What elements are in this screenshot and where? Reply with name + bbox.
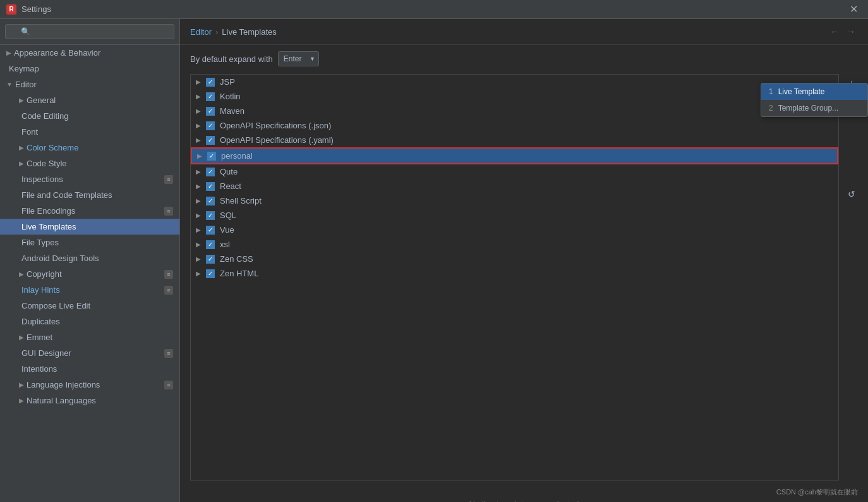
- search-input[interactable]: [5, 24, 174, 39]
- expand-arrow-icon: ▶: [196, 122, 203, 129]
- sidebar-item-inspections[interactable]: Inspections≡: [0, 171, 179, 187]
- expand-label: By default expand with: [190, 54, 273, 64]
- list-panel: ▶✓JSP▶✓Kotlin▶✓Maven▶✓OpenAPI Specificat…: [190, 74, 858, 481]
- template-group-name: Zen HTML: [220, 269, 258, 278]
- sidebar-item-appearance[interactable]: ▶Appearance & Behavior: [0, 45, 179, 61]
- context-menu-item-live-template[interactable]: 1Live Template: [761, 83, 867, 100]
- window-title: Settings: [21, 4, 51, 14]
- template-checkbox[interactable]: ✓: [206, 136, 215, 145]
- title-bar: R Settings ✕: [0, 0, 868, 19]
- sidebar-label: Natural Languages: [27, 396, 173, 405]
- arrow-icon: ▶: [19, 271, 24, 278]
- reset-button[interactable]: ↺: [845, 187, 858, 202]
- template-group-row[interactable]: ▶✓Zen CSS: [191, 252, 838, 266]
- sidebar-label: Copyright: [27, 269, 162, 279]
- sidebar-item-code-style[interactable]: ▶Code Style: [0, 156, 179, 171]
- template-checkbox[interactable]: ✓: [206, 182, 215, 191]
- sidebar-item-lang-injections[interactable]: ▶Language Injections≡: [0, 377, 179, 393]
- template-checkbox[interactable]: ✓: [206, 168, 215, 176]
- nav-back[interactable]: ←: [828, 25, 841, 38]
- app-icon: R: [6, 4, 16, 15]
- close-button[interactable]: ✕: [846, 2, 862, 16]
- sidebar-item-android-design[interactable]: Android Design Tools: [0, 250, 179, 266]
- sidebar-item-emmet[interactable]: ▶Emmet: [0, 329, 179, 345]
- template-group-row[interactable]: ▶✓personal: [191, 147, 838, 164]
- arrow-icon: ▶: [19, 334, 24, 341]
- sidebar-item-editor[interactable]: ▼Editor: [0, 77, 179, 92]
- template-checkbox[interactable]: ✓: [206, 211, 215, 220]
- sidebar-item-live-templates[interactable]: Live Templates: [0, 219, 179, 235]
- sidebar-label: Live Templates: [21, 222, 173, 231]
- main-layout: ▶Appearance & BehaviorKeymap▼Editor▶Gene…: [0, 19, 868, 502]
- expand-arrow-icon: ▶: [196, 93, 203, 100]
- template-group-row[interactable]: ▶✓xsl: [191, 237, 838, 252]
- sidebar-item-file-encodings[interactable]: File Encodings≡: [0, 203, 179, 219]
- sidebar-label: Duplicates: [21, 317, 173, 326]
- sidebar-item-gui-designer[interactable]: GUI Designer≡: [0, 345, 179, 361]
- sidebar-item-code-editing[interactable]: Code Editing: [0, 108, 179, 124]
- sidebar-label: Emmet: [27, 333, 173, 342]
- expand-select-wrapper: Enter Tab Space: [278, 51, 319, 66]
- sidebar-label: Font: [21, 127, 173, 137]
- arrow-icon: ▶: [19, 160, 24, 167]
- sidebar-item-copyright[interactable]: ▶Copyright≡: [0, 266, 179, 282]
- template-group-name: JSP: [220, 77, 235, 87]
- sidebar-label: Compose Live Edit: [21, 301, 173, 310]
- template-checkbox[interactable]: ✓: [206, 107, 215, 116]
- sidebar-item-compose-live[interactable]: Compose Live Edit: [0, 298, 179, 314]
- breadcrumb: Editor › Live Templates ← →: [180, 19, 868, 45]
- sidebar-item-color-scheme[interactable]: ▶Color Scheme: [0, 140, 179, 156]
- arrow-icon: ▶: [19, 397, 24, 404]
- template-group-row[interactable]: ▶✓Vue: [191, 223, 838, 237]
- sidebar-label: Android Design Tools: [21, 254, 173, 263]
- sidebar-item-font[interactable]: Font: [0, 124, 179, 140]
- settings-badge-icon: ≡: [164, 349, 173, 358]
- context-menu-item-template-group...[interactable]: 2Template Group...: [761, 100, 867, 116]
- template-group-name: Vue: [220, 225, 234, 235]
- expand-row: By default expand with Enter Tab Space: [190, 51, 858, 66]
- template-checkbox[interactable]: ✓: [206, 121, 215, 130]
- sidebar-label: Intentions: [21, 364, 173, 374]
- arrow-icon: ▶: [19, 144, 24, 151]
- template-checkbox[interactable]: ✓: [206, 240, 215, 249]
- expand-select[interactable]: Enter Tab Space: [278, 51, 319, 66]
- search-wrapper: [5, 24, 174, 39]
- sidebar-item-duplicates[interactable]: Duplicates: [0, 314, 179, 329]
- template-group-name: personal: [221, 151, 253, 161]
- sidebar-item-intentions[interactable]: Intentions: [0, 361, 179, 377]
- template-checkbox[interactable]: ✓: [206, 78, 215, 87]
- sidebar-item-file-code-templates[interactable]: File and Code Templates: [0, 187, 179, 203]
- template-group-row[interactable]: ▶✓Qute: [191, 164, 838, 179]
- template-group-row[interactable]: ▶✓Zen HTML: [191, 266, 838, 281]
- sidebar-item-general[interactable]: ▶General: [0, 92, 179, 108]
- template-group-row[interactable]: ▶✓SQL: [191, 208, 838, 223]
- expand-arrow-icon: ▶: [196, 212, 203, 219]
- template-group-row[interactable]: ▶✓JSP: [191, 75, 838, 89]
- sidebar-item-natural-lang[interactable]: ▶Natural Languages: [0, 393, 179, 408]
- breadcrumb-parent[interactable]: Editor: [190, 27, 212, 37]
- sidebar-item-keymap[interactable]: Keymap: [0, 61, 179, 77]
- templates-list: ▶✓JSP▶✓Kotlin▶✓Maven▶✓OpenAPI Specificat…: [190, 74, 839, 481]
- template-checkbox[interactable]: ✓: [206, 269, 215, 278]
- no-selection-message: No live templates are selected: [190, 487, 858, 502]
- template-group-row[interactable]: ▶✓Kotlin: [191, 89, 838, 104]
- sidebar-label: Code Editing: [21, 111, 173, 121]
- template-group-row[interactable]: ▶✓Shell Script: [191, 193, 838, 208]
- settings-badge-icon: ≡: [164, 270, 173, 279]
- context-menu: 1Live Template2Template Group...: [761, 83, 868, 117]
- watermark: CSDN @cah黎明就在眼前: [776, 487, 858, 497]
- sidebar-item-file-types[interactable]: File Types: [0, 235, 179, 250]
- template-group-row[interactable]: ▶✓Maven: [191, 104, 838, 118]
- template-checkbox[interactable]: ✓: [206, 255, 215, 264]
- template-group-row[interactable]: ▶✓OpenAPI Specifications (.json): [191, 118, 838, 133]
- template-checkbox[interactable]: ✓: [206, 226, 215, 235]
- template-group-row[interactable]: ▶✓React: [191, 179, 838, 193]
- template-checkbox[interactable]: ✓: [206, 197, 215, 205]
- template-checkbox[interactable]: ✓: [207, 152, 216, 161]
- sidebar-label: Language Injections: [27, 380, 162, 389]
- arrow-icon: ▶: [6, 49, 11, 56]
- nav-forward[interactable]: →: [844, 25, 858, 38]
- sidebar-item-inlay-hints[interactable]: Inlay Hints≡: [0, 282, 179, 298]
- template-checkbox[interactable]: ✓: [206, 92, 215, 101]
- template-group-row[interactable]: ▶✓OpenAPI Specifications (.yaml): [191, 133, 838, 147]
